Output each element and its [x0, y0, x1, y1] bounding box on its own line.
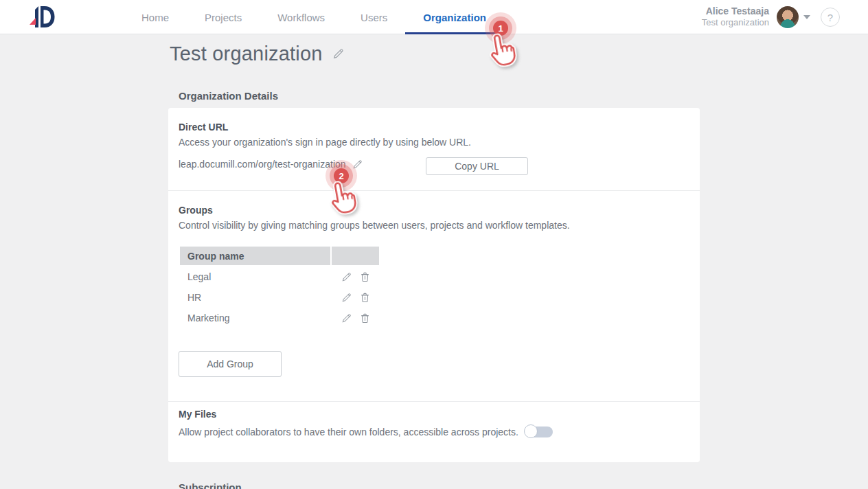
group-name-cell: Legal: [180, 271, 332, 282]
top-navigation-bar: Home Projects Workflows Users Organizati…: [0, 0, 868, 34]
groups-table-header: Group name: [180, 247, 547, 265]
divider: [168, 190, 700, 191]
user-organization: Test organization: [702, 17, 769, 27]
nav-tab-home[interactable]: Home: [124, 0, 187, 34]
edit-title-pencil-icon[interactable]: [332, 48, 344, 60]
copy-url-button[interactable]: Copy URL: [426, 157, 528, 175]
add-group-button[interactable]: Add Group: [179, 351, 282, 377]
edit-url-pencil-icon[interactable]: [352, 159, 363, 170]
group-name-cell: Marketing: [180, 312, 332, 323]
organization-settings-page: Home Projects Workflows Users Organizati…: [0, 0, 868, 489]
section-label-organization-details: Organization Details: [179, 90, 278, 102]
direct-url-description: Access your organization's sign in page …: [179, 137, 471, 148]
my-files-toggle[interactable]: [524, 424, 553, 440]
section-label-subscription: Subscription: [179, 481, 242, 489]
edit-group-pencil-icon[interactable]: [341, 293, 352, 303]
documill-logo-icon[interactable]: [29, 5, 56, 30]
question-mark-icon: ?: [827, 12, 833, 23]
group-name-cell: HR: [180, 292, 332, 303]
help-button[interactable]: ?: [821, 8, 840, 27]
groups-description: Control visibility by giving matching gr…: [179, 220, 570, 231]
divider: [168, 401, 700, 402]
my-files-heading: My Files: [179, 409, 216, 420]
column-header-group-name: Group name: [180, 247, 330, 265]
groups-table: Group name Legal: [180, 247, 547, 328]
my-files-description: Allow project collaborators to have thei…: [179, 427, 518, 437]
organization-details-card: Direct URL Access your organization's si…: [168, 108, 700, 462]
nav-tab-users[interactable]: Users: [343, 0, 405, 34]
nav-tab-projects[interactable]: Projects: [187, 0, 260, 34]
column-header-actions: [332, 247, 379, 265]
table-row: Marketing: [180, 308, 547, 328]
edit-group-pencil-icon[interactable]: [341, 313, 352, 323]
nav-tab-organization[interactable]: Organization: [405, 0, 504, 34]
pointer-hand-icon: [483, 30, 521, 69]
table-row: HR: [180, 287, 547, 308]
page-title: Test organization: [170, 43, 323, 65]
user-info[interactable]: Alice Testaaja Test organization: [702, 5, 769, 27]
edit-group-pencil-icon[interactable]: [341, 272, 352, 282]
avatar[interactable]: [777, 6, 799, 28]
direct-url-heading: Direct URL: [179, 122, 228, 133]
groups-heading: Groups: [179, 205, 213, 216]
user-name: Alice Testaaja: [702, 5, 769, 17]
toggle-knob: [524, 424, 538, 438]
delete-group-trash-icon[interactable]: [360, 312, 370, 323]
main-nav: Home Projects Workflows Users Organizati…: [124, 0, 504, 34]
direct-url-value: leap.documill.com/org/test-organization: [179, 159, 346, 170]
delete-group-trash-icon[interactable]: [360, 292, 370, 303]
delete-group-trash-icon[interactable]: [360, 271, 370, 282]
chevron-down-icon[interactable]: [803, 15, 810, 19]
table-row: Legal: [180, 266, 547, 287]
nav-tab-workflows[interactable]: Workflows: [260, 0, 343, 34]
